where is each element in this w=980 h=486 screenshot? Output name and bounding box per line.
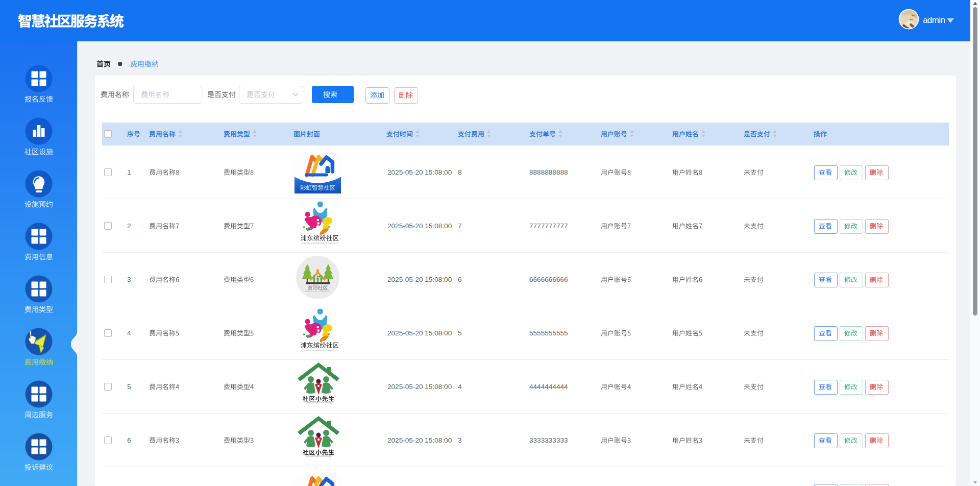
svg-text:SheQuXiaoXianSheng: SheQuXiaoXianSheng [306, 401, 331, 404]
svg-text:PUDONG DIVERSIFIED COMMUNITY: PUDONG DIVERSIFIED COMMUNITY [301, 242, 338, 245]
svg-text:SheQuXiaoXianSheng: SheQuXiaoXianSheng [306, 455, 331, 457]
svg-text:SUANGYGO COMMUNITY: SUANGYGO COMMUNITY [305, 290, 330, 293]
svg-text:PUDONG DIVERSIFIED COMMUNITY: PUDONG DIVERSIFIED COMMUNITY [301, 349, 338, 352]
